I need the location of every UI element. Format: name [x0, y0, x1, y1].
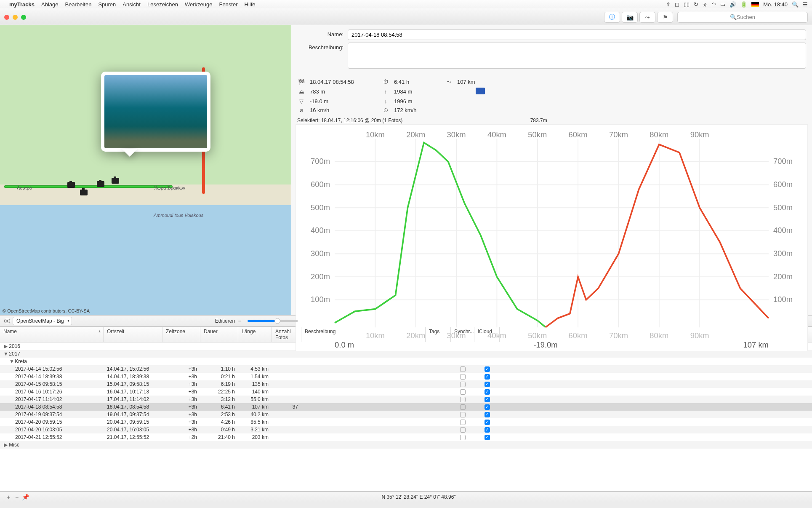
track-row[interactable]: 2017-04-20 09:59:15 20.04.17, 09:59:15 +… [0, 418, 812, 426]
svg-text:107 km: 107 km [743, 340, 769, 349]
track-row[interactable]: 2017-04-21 12:55:52 21.04.17, 12:55:52 +… [0, 433, 812, 441]
map-view[interactable]: Λουτρό Χώρα Σφακίων Ammoudi tous Volakou… [0, 25, 291, 315]
sync-checkbox[interactable] [460, 412, 466, 417]
column-header[interactable]: Dauer [200, 327, 238, 342]
track-row[interactable]: 2017-04-16 10:17:26 16.04.17, 10:17:13 +… [0, 388, 812, 396]
description-field[interactable] [348, 43, 806, 69]
tracks-toolbar-button[interactable]: ⤳ [639, 12, 655, 23]
column-header[interactable]: Anzahl Fotos [272, 327, 301, 342]
photo-marker-icon[interactable] [67, 182, 75, 188]
sync-checkbox[interactable] [460, 374, 466, 380]
svg-text:60km: 60km [569, 130, 588, 139]
zoom-slider[interactable] [248, 320, 298, 322]
menu-spuren[interactable]: Spuren [98, 1, 116, 8]
status-icon-2[interactable]: ▯▯ [684, 1, 690, 8]
photo-marker-icon[interactable] [97, 181, 104, 187]
spotlight-icon[interactable]: 🔍 [792, 1, 799, 8]
column-header[interactable]: iCloud [474, 327, 500, 342]
svg-text:700m: 700m [311, 157, 330, 166]
sync-checkbox[interactable] [460, 420, 466, 425]
icloud-checkbox[interactable] [485, 366, 490, 372]
bluetooth-icon[interactable]: ⚹ [703, 1, 707, 8]
zoom-minus-button[interactable]: − [235, 317, 244, 325]
menu-bearbeiten[interactable]: Bearbeiten [65, 1, 91, 8]
track-row[interactable]: 2017-04-20 16:03:05 20.04.17, 16:03:05 +… [0, 426, 812, 433]
name-field[interactable] [348, 29, 806, 40]
name-label: Name: [297, 29, 343, 37]
column-header[interactable]: Synchr... [451, 327, 474, 342]
minimize-window-button[interactable] [13, 15, 18, 20]
column-header[interactable]: Name [0, 327, 104, 342]
column-header[interactable]: Zeitzone [162, 327, 200, 342]
sync-checkbox[interactable] [460, 397, 466, 402]
flag-toolbar-button[interactable]: ⚑ [657, 12, 673, 23]
notification-center-icon[interactable]: ☰ [803, 1, 808, 8]
icloud-checkbox[interactable] [485, 374, 490, 380]
track-row[interactable]: 2017-04-18 08:54:58 18.04.17, 08:54:58 +… [0, 403, 812, 411]
icloud-checkbox[interactable] [485, 389, 490, 395]
photo-marker-icon[interactable] [112, 178, 119, 184]
clock[interactable]: Mo. 18:40 [763, 1, 788, 8]
wifi-icon[interactable]: ◠ [711, 1, 716, 8]
column-header[interactable]: Tags [426, 327, 451, 342]
remove-button[interactable]: − [13, 494, 21, 500]
sync-checkbox[interactable] [460, 404, 466, 410]
menu-ablage[interactable]: Ablage [41, 1, 58, 8]
track-row[interactable]: 2017-04-15 09:58:15 15.04.17, 09:58:15 +… [0, 380, 812, 388]
close-window-button[interactable] [4, 15, 9, 20]
camera-toolbar-button[interactable]: 📷 [622, 12, 638, 23]
menu-hilfe[interactable]: Hilfe [245, 1, 256, 8]
track-row[interactable]: 2017-04-19 09:37:54 19.04.17, 09:37:54 +… [0, 411, 812, 418]
menu-lesezeichen[interactable]: Lesezeichen [147, 1, 178, 8]
map-provider-dropdown[interactable]: OpenStreetMap - Big [13, 317, 72, 325]
icloud-checkbox[interactable] [485, 404, 490, 410]
status-icon[interactable]: ◻ [675, 1, 679, 8]
pin-button[interactable]: 📌 [21, 494, 29, 500]
sync-checkbox[interactable] [460, 389, 466, 395]
avg-speed-value: 16 km/h [310, 107, 377, 113]
dropbox-icon[interactable]: ⇪ [666, 1, 671, 8]
menu-fenster[interactable]: Fenster [219, 1, 237, 8]
svg-text:50km: 50km [528, 331, 547, 340]
icloud-checkbox[interactable] [485, 435, 490, 440]
sync-checkbox[interactable] [460, 366, 466, 372]
column-header[interactable]: Beschreibung [301, 327, 426, 342]
svg-text:700m: 700m [773, 157, 793, 166]
tree-group-row[interactable]: ▶ Misc [0, 441, 812, 449]
icloud-checkbox[interactable] [485, 397, 490, 402]
track-row[interactable]: 2017-04-14 18:39:38 14.04.17, 18:39:38 +… [0, 373, 812, 380]
elevation-chart[interactable]: 10km10km20km20km30km30km40km40km50km50km… [296, 124, 808, 351]
menu-werkzeuge[interactable]: Werkzeuge [185, 1, 213, 8]
search-field[interactable]: 🔍 Suchen [677, 12, 808, 23]
input-flag-icon[interactable] [751, 2, 759, 7]
photo-popup[interactable] [101, 72, 210, 152]
photo-marker-icon[interactable] [80, 190, 88, 195]
icloud-checkbox[interactable] [485, 382, 490, 387]
timemachine-icon[interactable]: ↻ [694, 1, 698, 8]
column-header[interactable]: Ortszeit [104, 327, 162, 342]
add-button[interactable]: + [4, 494, 13, 500]
sync-checkbox[interactable] [460, 382, 466, 387]
icloud-checkbox[interactable] [485, 420, 490, 425]
icloud-checkbox[interactable] [485, 412, 490, 417]
tree-group-row[interactable]: ▼ Kreta [0, 358, 812, 365]
airplay-icon[interactable]: ▭ [720, 1, 725, 8]
column-header[interactable]: Länge [238, 327, 272, 342]
battery-icon[interactable]: 🔋 [740, 1, 747, 8]
track-row[interactable]: 2017-04-17 11:14:02 17.04.17, 11:14:02 +… [0, 396, 812, 403]
info-toolbar-button[interactable]: ⓘ [604, 12, 620, 23]
sync-checkbox[interactable] [460, 435, 466, 440]
svg-text:30km: 30km [447, 130, 466, 139]
volume-icon[interactable]: 🔊 [729, 1, 736, 8]
app-menu[interactable]: myTracks [9, 1, 35, 8]
avg-speed-icon: ⌀ [297, 107, 306, 113]
svg-text:70km: 70km [609, 130, 628, 139]
track-row[interactable]: 2017-04-14 15:02:56 14.04.17, 15:02:56 +… [0, 365, 812, 373]
menu-ansicht[interactable]: Ansicht [122, 1, 141, 8]
sync-checkbox[interactable] [460, 427, 466, 433]
icloud-checkbox[interactable] [485, 427, 490, 433]
search-placeholder: Suchen [737, 14, 755, 20]
visibility-icon[interactable] [4, 319, 10, 323]
svg-text:100m: 100m [773, 295, 793, 304]
zoom-window-button[interactable] [21, 15, 26, 20]
